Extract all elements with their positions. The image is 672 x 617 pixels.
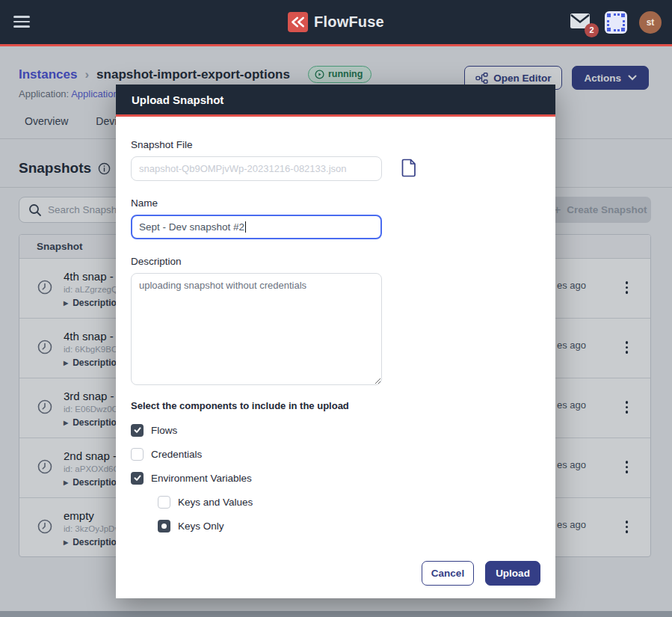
document-icon	[401, 159, 417, 177]
top-navbar: FlowFuse 2	[0, 0, 672, 46]
checkbox-checked-icon	[131, 472, 144, 485]
modal-header: Upload Snapshot	[116, 85, 555, 117]
flowfuse-logo-icon	[288, 12, 308, 32]
modal-body: Snapshot File Name Sept - Dev snapshot #…	[116, 117, 555, 598]
option-credentials[interactable]: Credentials	[131, 447, 540, 461]
cancel-button[interactable]: Cancel	[422, 561, 474, 586]
radio-unchecked-icon	[158, 496, 170, 509]
radio-checked-icon	[158, 520, 170, 532]
navbar-right: 2 st	[569, 0, 662, 44]
file-row	[131, 156, 540, 181]
screen: FlowFuse 2	[0, 0, 672, 617]
option-label: Environment Variables	[151, 473, 252, 484]
team-icon[interactable]	[605, 11, 627, 34]
upload-snapshot-modal: Upload Snapshot Snapshot File Name Sept …	[116, 85, 555, 598]
option-label: Flows	[151, 425, 177, 436]
name-label: Name	[131, 197, 540, 209]
description-label: Description	[131, 256, 540, 267]
name-input[interactable]: Sept - Dev snapshot #2	[131, 215, 382, 239]
modal-footer: Cancel Upload	[131, 561, 540, 586]
option-label: Credentials	[151, 449, 202, 460]
option-flows[interactable]: Flows	[131, 423, 540, 437]
brand-name: FlowFuse	[314, 13, 384, 31]
name-input-value: Sept - Dev snapshot #2	[139, 221, 244, 233]
menu-icon[interactable]	[13, 16, 30, 31]
option-environment-variables[interactable]: Environment Variables	[131, 471, 540, 485]
option-keys-only[interactable]: Keys Only	[158, 519, 540, 532]
avatar-initials: st	[647, 17, 655, 28]
option-label: Keys and Values	[178, 497, 253, 508]
option-keys-and-values[interactable]: Keys and Values	[158, 495, 540, 509]
components-label: Select the components to include in the …	[131, 400, 540, 411]
text-caret	[245, 221, 246, 233]
checkbox-checked-icon	[131, 424, 144, 437]
notifications-button[interactable]: 2	[569, 12, 593, 33]
upload-button[interactable]: Upload	[485, 561, 540, 586]
notification-badge: 2	[585, 23, 599, 37]
avatar[interactable]: st	[639, 11, 662, 34]
modal-title: Upload Snapshot	[132, 93, 224, 106]
description-textarea[interactable]: uploading snapshot without credentials	[131, 273, 382, 385]
checkbox-unchecked-icon	[131, 448, 144, 461]
select-file-button[interactable]	[401, 159, 417, 179]
snapshot-file-label: Snapshot File	[131, 139, 540, 150]
option-label: Keys Only	[178, 521, 224, 532]
snapshot-file-input[interactable]	[131, 156, 382, 181]
